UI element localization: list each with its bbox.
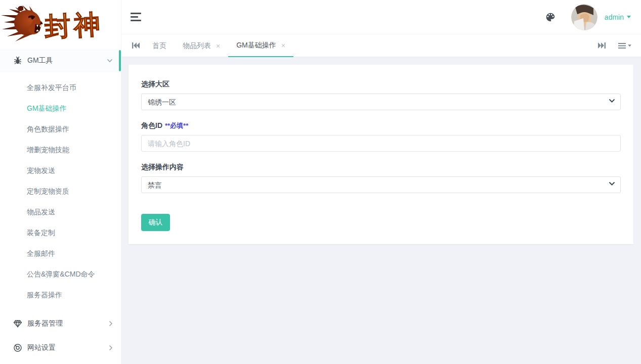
sidebar-item-gm-basic-ops[interactable]: GM基础操作 <box>0 98 121 119</box>
globe-icon <box>13 343 22 352</box>
skip-backward-icon[interactable] <box>127 34 144 57</box>
region-label: 选择大区 <box>141 80 621 89</box>
sidebar-section-server-mgmt[interactable]: 服务器管理 <box>0 311 121 336</box>
app-root: 封神 GM工具 全服补发平台币 GM基础操作 角色数据操作 <box>0 0 641 364</box>
chevron-right-icon <box>109 345 113 351</box>
sidebar-section-label: 服务器管理 <box>27 319 109 328</box>
bug-icon <box>13 56 22 65</box>
gm-basic-ops-form: 选择大区 锦绣一区 角色ID**必填** <box>129 65 633 244</box>
sidebar-item-pet-send[interactable]: 宠物发送 <box>0 160 121 181</box>
field-action: 选择操作内容 禁言 <box>141 163 621 193</box>
user-menu[interactable]: admin <box>605 13 631 21</box>
gem-icon <box>13 319 22 328</box>
sidebar-item-role-data-ops[interactable]: 角色数据操作 <box>0 119 121 140</box>
sidebar-item-pet-aptitude[interactable]: 定制宠物资质 <box>0 181 121 202</box>
role-id-input[interactable] <box>141 135 621 152</box>
logo[interactable]: 封神 <box>0 0 121 49</box>
sidebar-item-pet-skills[interactable]: 增删宠物技能 <box>0 140 121 160</box>
field-region: 选择大区 锦绣一区 <box>141 80 621 110</box>
tabbar-right <box>592 34 634 57</box>
caret-down-icon <box>627 16 631 18</box>
main-column: admin 首页 物品列表 × GM基础操作 <box>121 0 641 364</box>
tab-label: 物品列表 <box>183 41 211 51</box>
avatar-photo <box>571 4 597 30</box>
tab-home[interactable]: 首页 <box>144 34 175 57</box>
role-id-label-text: 角色ID <box>141 121 162 129</box>
topbar-right: admin <box>545 4 631 30</box>
palette-icon[interactable] <box>545 12 556 23</box>
sidebar-item-server-mail[interactable]: 全服邮件 <box>0 243 121 264</box>
close-icon[interactable]: × <box>216 42 220 50</box>
hamburger-icon[interactable] <box>131 13 142 21</box>
sidebar-item-equip-custom[interactable]: 装备定制 <box>0 222 121 243</box>
list-caret-icon[interactable] <box>611 42 634 49</box>
field-role-id: 角色ID**必填** <box>141 121 621 152</box>
content-area: 选择大区 锦绣一区 角色ID**必填** <box>121 57 641 364</box>
logo-title: 封神 <box>43 9 104 41</box>
lion-icon: 封神 <box>0 0 121 49</box>
tabbar: 首页 物品列表 × GM基础操作 × <box>121 34 641 57</box>
sidebar-item-server-ops[interactable]: 服务器操作 <box>0 285 121 305</box>
topbar: admin <box>121 0 641 34</box>
tab-item-list[interactable]: 物品列表 × <box>175 34 228 57</box>
active-section-indicator <box>119 50 121 71</box>
close-icon[interactable]: × <box>281 42 285 49</box>
username: admin <box>605 13 624 21</box>
role-id-label: 角色ID**必填** <box>141 121 621 130</box>
required-note: **必填** <box>165 122 188 129</box>
gm-tools-submenu: 全服补发平台币 GM基础操作 角色数据操作 增删宠物技能 宠物发送 定制宠物资质… <box>0 72 121 311</box>
sidebar-section-site-settings[interactable]: 网站设置 <box>0 336 121 360</box>
tab-gm-basic-ops[interactable]: GM基础操作 × <box>228 34 293 57</box>
sidebar-section-gm-tools[interactable]: GM工具 <box>0 49 121 72</box>
action-select[interactable]: 禁言 <box>141 176 621 193</box>
sidebar: 封神 GM工具 全服补发平台币 GM基础操作 角色数据操作 <box>0 0 121 364</box>
tab-label: GM基础操作 <box>236 41 276 50</box>
user-avatar[interactable] <box>571 4 597 30</box>
sidebar-section-label: GM工具 <box>27 56 107 65</box>
action-label: 选择操作内容 <box>141 163 621 172</box>
confirm-button[interactable]: 确认 <box>141 214 170 231</box>
chevron-right-icon <box>109 321 113 327</box>
skip-forward-icon[interactable] <box>592 42 611 49</box>
sidebar-item-announce-cmd[interactable]: 公告&弹窗&CMD命令 <box>0 264 121 285</box>
tab-label: 首页 <box>152 41 166 51</box>
sidebar-item-platform-coin[interactable]: 全服补发平台币 <box>0 77 121 98</box>
sidebar-item-item-send[interactable]: 物品发送 <box>0 202 121 222</box>
sidebar-section-label: 网站设置 <box>27 343 109 352</box>
region-select[interactable]: 锦绣一区 <box>141 94 621 110</box>
sidebar-nav: GM工具 全服补发平台币 GM基础操作 角色数据操作 增删宠物技能 宠物发送 定… <box>0 49 121 360</box>
chevron-down-icon <box>107 59 113 63</box>
